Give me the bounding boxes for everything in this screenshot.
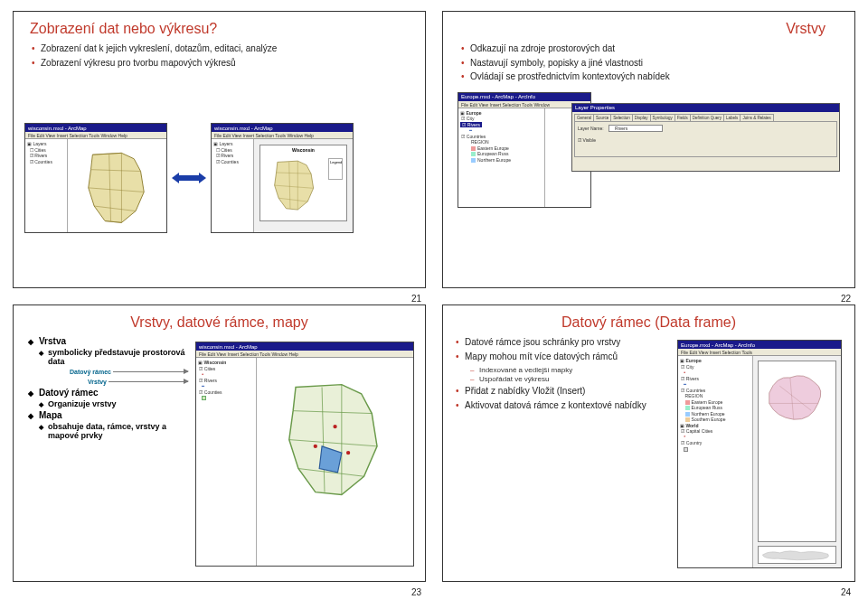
slide-23: Vrstvy, datové rámce, mapy Vrstva symbol… [13,304,426,582]
layout-canvas [753,356,841,567]
tab[interactable]: Joins & Relates [740,114,773,121]
bullet-item: Zobrazení dat k jejich vykreslení, dotaz… [32,42,414,55]
outline-sub: Organizuje vrstvy [28,399,188,408]
page-grid: Zobrazení dat nebo výkresu? Zobrazení da… [0,0,868,609]
layout-canvas: Wisconsin Legend [254,139,353,232]
outline-sub: symbolicky představuje prostorová data [28,348,188,366]
tab[interactable]: Definition Query [690,114,724,121]
bullet-list: Přidat z nabídky Vložit (Insert) Aktivov… [454,385,668,411]
tab[interactable]: Display [632,114,651,121]
slide-22: Vrstvy Odkazují na zdroje prostorových d… [442,11,855,288]
slide-title: Datový rámec (Data frame) [454,314,844,331]
dialog-content: Layer Name: Rivers ☑ Visible [574,121,837,157]
svg-point-1 [346,451,350,454]
window-titlebar: Europe.mxd - ArcMap - ArcInfo [678,341,841,349]
page-number: 24 [841,587,851,597]
toc-panel: ▣ Europe ☑ City ☑ Rivers ━ ☑ Countries R… [458,108,545,207]
map-state-shape [76,146,159,230]
outline-head: Vrstva [28,336,188,346]
arcmap-window-layoutview: wisconsin.mxd - ArcMap File Edit View In… [211,123,354,233]
arrow-label: Datový rámec [70,369,111,375]
sub-item: Indexované a vedlejší mapky [470,366,668,374]
toc-panel: ▣ Layers ☐ Cities ☑ Rivers ☑ Counties [212,139,254,232]
map-canvas [257,358,413,566]
arcmap-window: wisconsin.mxd - ArcMap File Edit View In… [195,342,414,567]
outline-list: Datový rámec Organizuje vrstvy Mapa obsa… [24,388,188,440]
map-state-shape [266,156,324,214]
page-number: 21 [411,294,421,304]
window-titlebar: wisconsin.mxd - ArcMap [196,342,413,351]
outline-sub: obsahuje data, rámce, vrstvy a mapové pr… [28,422,188,440]
sub-list: Indexované a vedlejší mapky Uspořádat ve… [454,366,668,383]
tab[interactable]: Source [593,114,611,121]
bullet-item: Aktivovat datová rámce z kontextové nabí… [456,399,668,412]
label-arrow-layers: Vrstvy [70,379,188,385]
field-label: Layer Name: [578,126,604,131]
slide-title: Vrstvy, datové rámce, mapy [24,314,414,331]
tab[interactable]: Symbology [650,114,675,121]
map-state-shape [269,374,401,505]
bullet-item: Přidat z nabídky Vložit (Insert) [456,385,668,398]
svg-point-0 [333,425,336,428]
label-arrow-dataframe: Datový rámec [70,369,188,375]
slide-24: Datový rámec (Data frame) Datové rámce j… [442,304,855,582]
window-menubar: File Edit View Insert Selection Tools [678,349,841,356]
window-menubar: File Edit View Insert Selection Tools Wi… [212,132,353,139]
window-titlebar: Europe.mxd - ArcMap - ArcInfo [458,93,590,101]
toc-panel: ▣ Wisconsin ☑ Cities • ☑ Rivers ━ ☑ Coun… [196,358,257,566]
page-number: 23 [411,587,421,597]
legend-box: Legend [328,158,343,180]
arcmap-window-dataview: wisconsin.mxd - ArcMap File Edit View In… [24,123,167,233]
dialog-titlebar: Layer Properties [572,104,839,112]
double-arrow-icon [172,173,206,183]
bullet-list: Zobrazení dat k jejich vykreslení, dotaz… [24,42,414,70]
slide-title: Vrstvy [454,21,826,37]
bullet-list: Odkazují na zdroje prostorových dat Nast… [454,42,844,85]
arrow-label: Vrstvy [88,379,107,385]
bullet-item: Ovládají se prostřednictvím kontextových… [461,70,844,83]
tab[interactable]: Labels [723,114,741,121]
screenshot-row: wisconsin.mxd - ArcMap File Edit View In… [24,78,414,278]
window-titlebar: wisconsin.mxd - ArcMap [25,124,166,132]
layer-name-input[interactable]: Rivers [609,125,663,132]
bullet-item: Nastavují symboly, popisky a jiné vlastn… [461,57,844,70]
outline-head: Mapa [28,410,188,420]
tab[interactable]: General [574,114,594,121]
map-world-inset [759,547,835,563]
tab[interactable]: Fields [675,114,691,121]
bullet-item: Zobrazení výkresu pro tvorbu mapových vý… [32,57,414,70]
outline-list: Vrstva symbolicky představuje prostorová… [24,336,188,366]
window-titlebar: wisconsin.mxd - ArcMap [212,124,353,132]
sub-item: Uspořádat ve výkresu [470,375,668,383]
page-number: 22 [841,294,851,304]
slide-21: Zobrazení dat nebo výkresu? Zobrazení da… [13,11,426,288]
tab[interactable]: Selection [610,114,633,121]
bullet-item: Odkazují na zdroje prostorových dat [461,42,844,55]
checkbox-label: Visible [582,137,596,143]
window-menubar: File Edit View Insert Selection Tools Wi… [25,132,166,139]
svg-point-2 [314,445,317,448]
toc-panel: ▣ Layers ☐ Cities ☑ Rivers ☑ Counties [25,139,68,232]
map-canvas [68,139,166,232]
layer-properties-dialog: Layer Properties General Source Selectio… [571,103,840,172]
toc-panel: ▣ Europe ☑ City • ☑ Rivers ━ ☑ Countries… [678,356,753,567]
bullet-item: Datové rámce jsou schránky pro vrstvy [456,336,668,349]
slide-title: Zobrazení dat nebo výkresu? [30,21,414,37]
window-menubar: File Edit View Insert Selection Tools Wi… [196,351,413,358]
bullet-item: Mapy mohou mít více datových rámců [456,351,668,363]
outline-head: Datový rámec [28,388,188,398]
arcmap-window: Europe.mxd - ArcMap - ArcInfo File Edit … [677,340,842,568]
layout-title: Wisconsin [260,147,346,153]
map-europe-shape [762,365,832,435]
bullet-list: Datové rámce jsou schránky pro vrstvy Ma… [454,336,668,362]
dialog-tabs: General Source Selection Display Symbolo… [572,112,839,121]
